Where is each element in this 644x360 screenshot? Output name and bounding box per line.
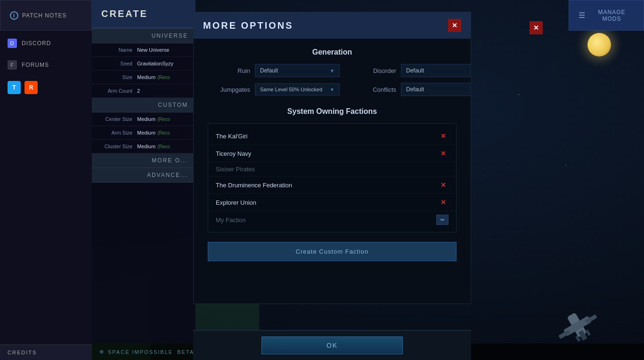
- faction-list: The Kal'Giri ✕ Ticeroy Navy ✕ Sixiser Pi…: [208, 123, 457, 232]
- modal-title: MORE OPTIONS: [203, 20, 293, 31]
- info-icon: i: [10, 11, 18, 20]
- faction-row: Explorer Union ✕: [208, 194, 456, 211]
- faction-name: The Druminence Federation: [216, 182, 292, 189]
- arm-size-field-row: Arm Size Medium (Reco: [92, 126, 196, 140]
- name-field-row: Name New Universe: [92, 43, 196, 57]
- size-rec: (Reco: [157, 75, 170, 80]
- ok-label: OK: [326, 342, 338, 349]
- cluster-size-rec: (Reco: [157, 144, 170, 149]
- center-size-label: Center Size: [99, 116, 137, 122]
- faction-edit-button[interactable]: ✏: [436, 215, 448, 225]
- ruin-option-row: Ruin Default ▼: [208, 64, 340, 77]
- modal-title-bar: MORE OPTIONS ✕: [194, 12, 471, 39]
- star: [612, 71, 613, 71]
- forums-button[interactable]: F FORUMS: [0, 55, 92, 75]
- center-size-field-row: Center Size Medium (Reco: [92, 112, 196, 126]
- forums-label: FORUMS: [22, 62, 49, 68]
- discord-label: DISCORD: [22, 40, 51, 47]
- jumpgates-option-row: Jumpgates Same Level 50% Unlocked ▼: [208, 83, 340, 96]
- faction-remove-button[interactable]: ✕: [438, 131, 448, 141]
- forums-icon: F: [8, 60, 17, 70]
- star: [565, 165, 566, 166]
- cluster-size-value: Medium: [137, 144, 155, 149]
- star: [518, 94, 519, 95]
- conflicts-select[interactable]: Default ▼: [401, 83, 471, 96]
- universe-section-header: UNIVERSE: [92, 29, 196, 43]
- factions-section: System Owning Factions The Kal'Giri ✕ Ti…: [208, 107, 457, 232]
- manage-mods-label: MANAGE MODS: [589, 9, 634, 22]
- patch-notes-label: PATCH NOTES: [22, 12, 67, 19]
- faction-remove-button[interactable]: ✕: [438, 180, 448, 190]
- create-panel: CREATE UNIVERSE Name New Universe Seed G…: [92, 0, 196, 344]
- svg-rect-6: [586, 329, 590, 336]
- jumpgates-label: Jumpgates: [208, 86, 250, 93]
- name-value: New Universe: [137, 47, 169, 53]
- arm-count-field-row: Arm Count 2: [92, 84, 196, 98]
- credits-label: CREDITS: [8, 350, 37, 355]
- faction-name: Explorer Union: [216, 199, 256, 206]
- planet-decoration: [587, 33, 611, 56]
- manage-mods-button[interactable]: ☰ MANAGE MODS: [569, 0, 644, 31]
- disorder-label: Disorder: [354, 67, 396, 74]
- advanced-section-header[interactable]: ADVANCE...: [92, 168, 196, 183]
- ok-button[interactable]: OK: [261, 336, 403, 354]
- seed-label: Seed: [99, 61, 137, 66]
- more-options-section-header[interactable]: MORE O...: [92, 153, 196, 168]
- discord-button[interactable]: D DISCORD: [0, 33, 92, 54]
- jumpgates-select-arrow: ▼: [330, 87, 334, 92]
- jumpgates-select[interactable]: Same Level 50% Unlocked ▼: [255, 83, 340, 96]
- size-value: Medium: [137, 74, 155, 80]
- ruin-select-arrow: ▼: [330, 68, 334, 73]
- my-faction-row: My Faction ✏: [208, 211, 456, 228]
- discord-icon: D: [8, 39, 17, 48]
- cluster-size-field-row: Cluster Size Medium (Reco: [92, 140, 196, 153]
- faction-row: Sixiser Pirates: [208, 162, 456, 176]
- faction-row: The Kal'Giri ✕: [208, 128, 456, 145]
- arm-count-label: Arm Count: [99, 88, 137, 94]
- credits-bar[interactable]: CREDITS: [0, 344, 92, 360]
- size-field-row: Size Medium (Reco: [92, 71, 196, 84]
- cluster-size-label: Cluster Size: [99, 144, 137, 149]
- seed-field-row: Seed GravitationSyzy: [92, 57, 196, 71]
- social-icons: T R: [0, 76, 92, 99]
- size-label: Size: [99, 74, 137, 80]
- faction-name: The Kal'Giri: [216, 133, 248, 140]
- arm-count-value: 2: [137, 88, 140, 94]
- custom-section-header: CUSTOM: [92, 98, 196, 112]
- faction-remove-button[interactable]: ✕: [438, 197, 448, 208]
- patch-notes-button[interactable]: i PATCH NOTES: [0, 0, 92, 31]
- generation-options-grid: Ruin Default ▼ Disorder Default ▼ Jumpga…: [208, 64, 457, 96]
- create-faction-label: Create Custom Faction: [296, 248, 369, 255]
- disorder-select[interactable]: Default ▼: [401, 64, 471, 77]
- faction-remove-button[interactable]: ✕: [438, 148, 448, 159]
- seed-value: GravitationSyzy: [137, 61, 173, 66]
- factions-section-title: System Owning Factions: [208, 107, 457, 116]
- ruin-select[interactable]: Default ▼: [255, 64, 340, 77]
- center-size-rec: (Reco: [157, 117, 170, 122]
- name-label: Name: [99, 47, 137, 53]
- modal-body: Generation Ruin Default ▼ Disorder Defau…: [194, 39, 471, 304]
- more-options-modal: MORE OPTIONS ✕ Generation Ruin Default ▼…: [193, 12, 471, 304]
- disorder-option-row: Disorder Default ▼: [354, 64, 471, 77]
- ruin-label: Ruin: [208, 67, 250, 74]
- generation-section-title: Generation: [208, 48, 457, 56]
- arm-size-rec: (Reco: [157, 130, 170, 136]
- arm-size-label: Arm Size: [99, 130, 137, 136]
- faction-row: Ticeroy Navy ✕: [208, 145, 456, 162]
- create-custom-faction-button[interactable]: Create Custom Faction: [208, 242, 457, 261]
- twitter-button[interactable]: T: [8, 81, 21, 94]
- faction-name-disabled: Sixiser Pirates: [216, 166, 255, 173]
- conflicts-label: Conflicts: [354, 86, 396, 93]
- modal-footer: OK: [193, 330, 471, 360]
- faction-name: Ticeroy Navy: [216, 150, 251, 157]
- left-sidebar: D DISCORD F FORUMS T R: [0, 31, 92, 360]
- arm-size-value: Medium: [137, 130, 155, 136]
- modal-close-button[interactable]: ✕: [448, 19, 461, 32]
- manage-mods-icon: ☰: [579, 11, 586, 20]
- beta-icon: ⊕: [99, 349, 104, 355]
- conflicts-option-row: Conflicts Default ▼: [354, 83, 471, 96]
- center-size-value: Medium: [137, 116, 155, 122]
- reddit-button[interactable]: R: [24, 81, 38, 94]
- my-faction-name: My Faction: [216, 216, 246, 224]
- overlay-close-button[interactable]: ✕: [530, 21, 543, 34]
